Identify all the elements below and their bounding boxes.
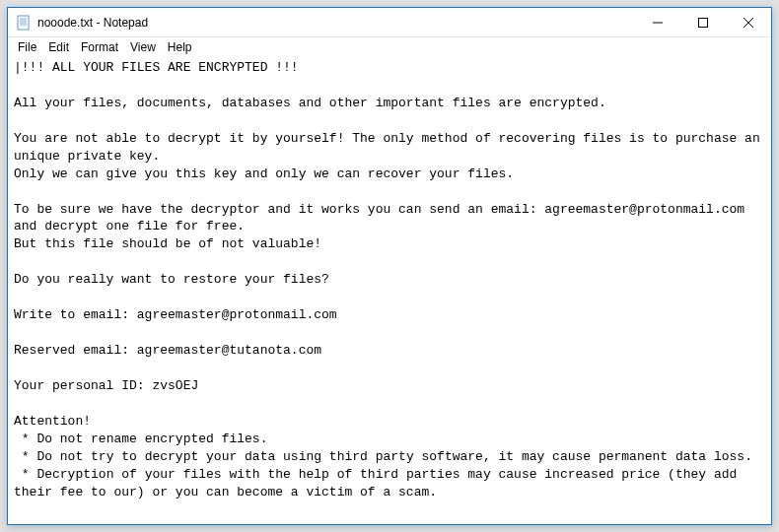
menu-view[interactable]: View <box>124 39 162 55</box>
maximize-icon <box>698 18 708 28</box>
editor-text-area[interactable]: |!!! ALL YOUR FILES ARE ENCRYPTED !!! Al… <box>8 57 771 524</box>
menu-file[interactable]: File <box>12 39 42 55</box>
notepad-icon <box>16 15 32 31</box>
notepad-window: nooode.txt - Notepad File Edit Format Vi… <box>7 7 772 525</box>
window-title: nooode.txt - Notepad <box>37 16 635 30</box>
titlebar: nooode.txt - Notepad <box>8 8 771 37</box>
svg-rect-6 <box>699 18 708 27</box>
menubar: File Edit Format View Help <box>8 37 771 57</box>
menu-help[interactable]: Help <box>162 39 198 55</box>
maximize-button[interactable] <box>680 8 726 36</box>
menu-format[interactable]: Format <box>75 39 124 55</box>
menu-edit[interactable]: Edit <box>42 39 75 55</box>
minimize-button[interactable] <box>635 8 680 36</box>
minimize-icon <box>653 18 663 28</box>
window-controls <box>635 8 771 36</box>
close-button[interactable] <box>726 8 771 36</box>
close-icon <box>744 18 753 28</box>
